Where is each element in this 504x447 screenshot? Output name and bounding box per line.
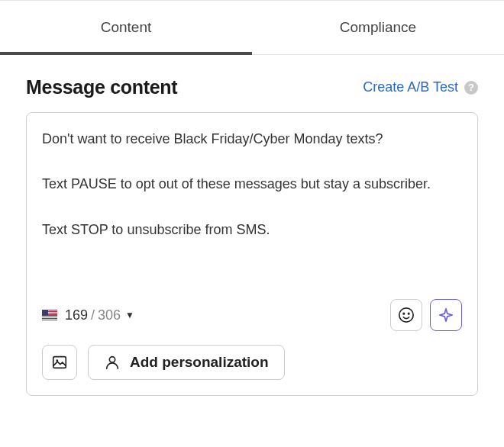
char-count-max: 306 <box>98 307 121 323</box>
ab-test-group: Create A/B Test ? <box>363 79 478 95</box>
add-image-button[interactable] <box>42 345 77 380</box>
svg-rect-3 <box>53 357 66 368</box>
action-row: Add personalization <box>42 345 462 380</box>
create-ab-test-link[interactable]: Create A/B Test <box>363 79 458 95</box>
counter-right <box>390 299 462 331</box>
message-box: Don't want to receive Black Friday/Cyber… <box>26 112 478 396</box>
smiley-icon <box>398 307 415 323</box>
tabs: Content Compliance <box>0 1 504 55</box>
tab-compliance[interactable]: Compliance <box>252 1 504 54</box>
counter-left: 169 / 306 ▼ <box>42 307 134 323</box>
svg-point-2 <box>408 313 409 314</box>
counter-row: 169 / 306 ▼ <box>42 299 462 331</box>
header-row: Message content Create A/B Test ? <box>26 76 478 98</box>
char-count-current: 169 <box>65 307 88 323</box>
section-title: Message content <box>26 76 177 98</box>
svg-point-0 <box>399 308 413 322</box>
person-icon <box>104 354 121 371</box>
svg-point-1 <box>403 313 404 314</box>
help-icon[interactable]: ? <box>464 81 478 95</box>
tab-content-label: Content <box>101 19 152 35</box>
svg-point-5 <box>109 357 115 362</box>
char-count-sep: / <box>91 307 95 323</box>
tab-compliance-label: Compliance <box>340 19 416 35</box>
chevron-down-icon: ▼ <box>125 310 134 320</box>
image-icon <box>51 354 68 371</box>
char-count-dropdown[interactable]: 169 / 306 ▼ <box>65 307 134 323</box>
us-flag-icon[interactable] <box>42 310 57 320</box>
emoji-button[interactable] <box>390 299 422 331</box>
message-textarea[interactable]: Don't want to receive Black Friday/Cyber… <box>42 128 462 281</box>
tab-content[interactable]: Content <box>0 1 252 54</box>
editor-container: Content Compliance Message content Creat… <box>0 0 504 447</box>
content-area: Message content Create A/B Test ? Don't … <box>0 55 504 411</box>
sparkle-icon <box>438 307 454 323</box>
add-personalization-label: Add personalization <box>130 354 269 371</box>
ai-sparkle-button[interactable] <box>430 299 462 331</box>
add-personalization-button[interactable]: Add personalization <box>88 345 285 380</box>
